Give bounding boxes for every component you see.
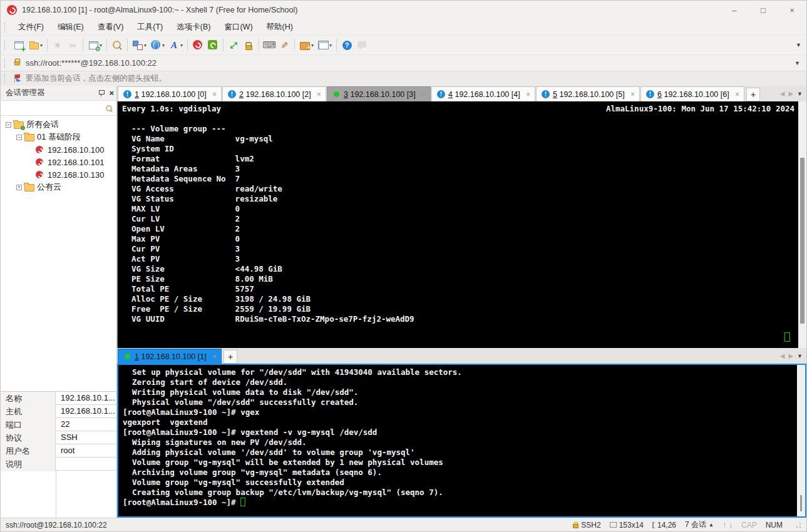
toolbar-grip[interactable] xyxy=(4,74,8,84)
menu-item[interactable]: 文件(F) xyxy=(11,20,51,34)
arrow-down-icon[interactable]: ↓ xyxy=(729,521,732,529)
menu-item[interactable]: 查看(V) xyxy=(91,20,131,34)
terminal-tab[interactable]: 1 192.168.10.100 [1]× xyxy=(118,349,222,364)
encoding-globe-button[interactable]: ▾ xyxy=(149,38,166,53)
tab-list-icon[interactable]: ▼ xyxy=(797,91,803,97)
maximize-button[interactable]: □ xyxy=(749,1,778,19)
terminal-line: Format lvm2 xyxy=(122,154,798,164)
dropdown-caret-icon[interactable]: ▾ xyxy=(329,43,332,48)
tree-item-label: 01 基础阶段 xyxy=(37,131,81,143)
open-folder-icon xyxy=(28,39,39,51)
lock-screen-button[interactable] xyxy=(242,38,255,53)
menu-item[interactable]: 选项卡(B) xyxy=(170,20,217,34)
toolbar-grip[interactable] xyxy=(4,58,8,68)
terminal-tab[interactable]: 3 192.168.10.100 [3]× xyxy=(327,86,431,101)
terminal-tab[interactable]: !2 192.168.10.100 [2]× xyxy=(222,86,326,101)
expand-icon[interactable]: + xyxy=(16,185,22,190)
disconnect-button[interactable] xyxy=(51,38,64,53)
terminal-tab[interactable]: !5 192.168.10.100 [5]× xyxy=(536,86,640,101)
reconnect-button[interactable] xyxy=(66,38,80,53)
minimize-button[interactable]: – xyxy=(720,1,749,19)
scroll-buttons[interactable]: ↑ ↓ xyxy=(722,521,732,529)
address-input[interactable]: ssh://root:******@192.168.10.100:22 xyxy=(26,58,157,68)
close-tab-icon[interactable]: × xyxy=(419,90,428,99)
close-tab-icon[interactable]: × xyxy=(629,90,637,99)
xshell-button[interactable] xyxy=(191,38,205,53)
status-connection: ssh://root@192.168.10.100:22 xyxy=(6,521,107,529)
tree-item[interactable]: +公有云 xyxy=(1,181,116,193)
virtual-keyboard-button[interactable] xyxy=(262,38,276,53)
tab-scroll-left-icon[interactable]: ◀ xyxy=(780,352,785,359)
terminal-tab[interactable]: !1 192.168.10.100 [0]× xyxy=(118,86,222,101)
toolbar-grip[interactable] xyxy=(4,23,8,33)
toolbar-separator xyxy=(223,39,224,51)
fullscreen-button[interactable] xyxy=(227,38,240,53)
resize-grip[interactable] xyxy=(795,522,801,528)
chevron-down-icon[interactable]: ▼ xyxy=(794,60,803,66)
new-tab-button[interactable]: + xyxy=(224,350,237,364)
open-folder-button[interactable]: ▾ xyxy=(27,38,44,53)
terminal-bottom[interactable]: Set up physical volume for "/dev/sdd" wi… xyxy=(117,364,806,518)
collapse-icon[interactable]: − xyxy=(6,122,11,128)
close-tab-icon[interactable]: × xyxy=(733,90,741,99)
tab-scroll-left-icon[interactable]: ◀ xyxy=(780,90,785,97)
close-tab-icon[interactable]: × xyxy=(524,90,532,99)
help-button[interactable] xyxy=(340,38,354,53)
tree-item[interactable]: −所有会话 xyxy=(1,118,116,131)
terminal-top[interactable]: Every 1.0s: vgdisplay AlmaLinux9-100: Mo… xyxy=(117,101,806,348)
pin-icon[interactable] xyxy=(98,90,104,97)
find-button[interactable] xyxy=(110,38,124,53)
close-tab-icon[interactable]: × xyxy=(210,90,218,99)
terminal-line: Metadata Sequence No 7 xyxy=(122,174,798,184)
toolbar-overflow-icon[interactable]: ▼ xyxy=(796,42,803,48)
close-panel-icon[interactable]: × xyxy=(109,90,114,96)
terminal-tab[interactable]: !6 192.168.10.100 [6]× xyxy=(640,86,744,101)
scrollbar-thumb[interactable] xyxy=(800,158,804,324)
dropdown-caret-icon[interactable]: ▾ xyxy=(144,43,146,48)
feedback-button[interactable] xyxy=(355,38,369,53)
tree-item[interactable]: 192.168.10.130 xyxy=(1,168,116,181)
menu-item[interactable]: 帮助(H) xyxy=(260,20,300,34)
session-tree: −所有会话−01 基础阶段192.168.10.100192.168.10.10… xyxy=(1,116,116,391)
split-layout-button[interactable]: ▾ xyxy=(316,38,333,53)
connected-dot-icon xyxy=(125,354,130,359)
close-tab-icon[interactable]: × xyxy=(210,352,218,361)
tab-list-icon[interactable]: ▼ xyxy=(797,353,803,359)
new-terminal-button[interactable]: ▾ xyxy=(298,38,315,53)
arrow-up-icon[interactable]: ↑ xyxy=(722,521,726,529)
dropdown-caret-icon[interactable]: ▾ xyxy=(40,43,43,48)
menu-item[interactable]: 工具(T) xyxy=(130,20,170,34)
dropdown-caret-icon[interactable]: ▾ xyxy=(180,43,183,48)
transfer-layout-button[interactable]: ▾ xyxy=(131,38,148,53)
session-properties-button[interactable]: ▾ xyxy=(86,38,103,53)
chevron-up-icon[interactable]: ▲ xyxy=(709,522,714,528)
session-count-label: 7 会话 xyxy=(685,519,706,530)
collapse-icon[interactable]: − xyxy=(16,135,22,140)
menu-item[interactable]: 编辑(E) xyxy=(51,20,91,34)
new-tab-button[interactable]: + xyxy=(746,88,760,101)
scrollbar-thumb[interactable] xyxy=(800,495,802,511)
session-search-input[interactable] xyxy=(4,104,105,113)
close-button[interactable]: × xyxy=(778,1,806,19)
tree-item[interactable]: −01 基础阶段 xyxy=(1,131,116,143)
terminal-line: Volume group "vg-mysql" will be extended… xyxy=(123,458,797,468)
xftp-button[interactable] xyxy=(206,38,220,53)
scrollbar[interactable] xyxy=(798,101,806,348)
scrollbar[interactable] xyxy=(797,365,805,516)
status-session-count[interactable]: 7 会话 ▲ xyxy=(685,519,714,530)
close-tab-icon[interactable]: × xyxy=(315,90,323,99)
tree-item[interactable]: 192.168.10.101 xyxy=(1,156,116,168)
terminal-tab[interactable]: !4 192.168.10.100 [4]× xyxy=(431,86,535,101)
tab-scroll-right-icon[interactable]: ▶ xyxy=(788,352,793,359)
toolbar-grip[interactable] xyxy=(4,40,8,50)
dropdown-caret-icon[interactable]: ▾ xyxy=(311,43,314,48)
tree-item-label: 192.168.10.130 xyxy=(48,170,104,180)
highlight-pen-button[interactable] xyxy=(277,38,291,53)
dropdown-caret-icon[interactable]: ▾ xyxy=(162,43,165,48)
new-session-button[interactable] xyxy=(12,38,26,53)
tree-item[interactable]: 192.168.10.100 xyxy=(1,143,116,156)
tab-scroll-right-icon[interactable]: ▶ xyxy=(788,90,793,97)
search-icon[interactable] xyxy=(105,105,113,112)
menu-item[interactable]: 窗口(W) xyxy=(217,20,259,34)
font-button[interactable]: ▾ xyxy=(167,38,184,53)
